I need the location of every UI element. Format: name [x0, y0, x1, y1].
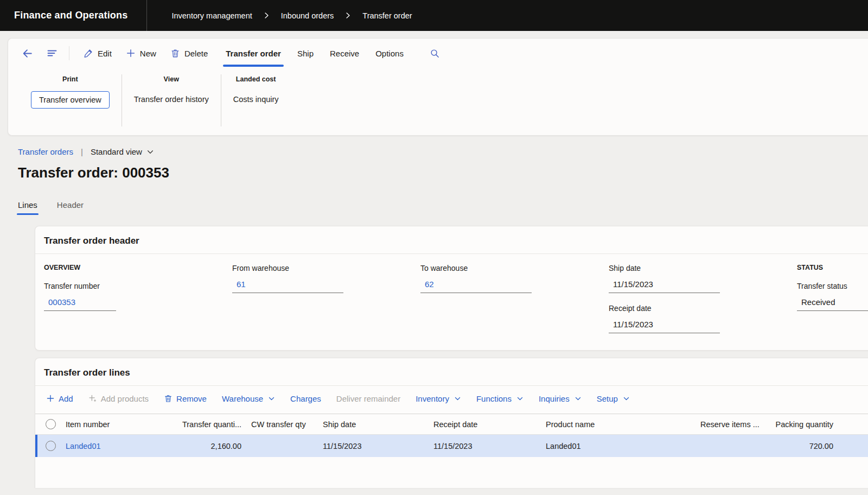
add-line-button[interactable]: Add — [46, 394, 73, 403]
action-pane-tabs: Transfer order Ship Receive Options — [218, 39, 412, 68]
cell-packing-quantity[interactable]: 720.00 — [771, 442, 833, 450]
chevron-down-icon — [146, 148, 154, 156]
field-label: Transfer status — [797, 282, 868, 290]
remove-line-button[interactable]: Remove — [164, 394, 207, 403]
column-header-product-name[interactable]: Product name — [546, 420, 700, 429]
breadcrumb-inbound-orders[interactable]: Inbound orders — [281, 11, 334, 20]
transfer-number-field: Transfer number 000353 — [44, 282, 232, 311]
row-select-cell — [35, 441, 66, 451]
delete-button[interactable]: Delete — [170, 48, 208, 58]
column-header-item-number[interactable]: Item number — [66, 420, 172, 429]
tab-transfer-order[interactable]: Transfer order — [218, 39, 289, 68]
tab-header[interactable]: Header — [57, 200, 84, 215]
transfer-order-lines-section: Transfer order lines Add Add products Re… — [35, 358, 868, 488]
breadcrumb: Inventory management Inbound orders Tran… — [171, 11, 412, 20]
overview-group-label: OVERVIEW — [44, 264, 232, 271]
chevron-down-icon — [454, 395, 461, 402]
setup-menu-button[interactable]: Setup — [597, 394, 630, 403]
to-warehouse-value[interactable]: 62 — [420, 280, 532, 293]
trash-icon — [170, 48, 180, 58]
tab-receive[interactable]: Receive — [322, 39, 367, 68]
column-header-packing-quantity[interactable]: Packing quantity — [771, 420, 833, 429]
field-label: To warehouse — [420, 264, 609, 272]
transfer-orders-link[interactable]: Transfer orders — [18, 147, 73, 156]
field-label: Receipt date — [609, 304, 797, 313]
deliver-remainder-button[interactable]: Deliver remainder — [336, 394, 400, 403]
tab-lines[interactable]: Lines — [18, 200, 37, 215]
add-products-button[interactable]: Add products — [88, 394, 149, 403]
receipt-date-value[interactable]: 11/15/2023 — [609, 320, 720, 333]
ribbon-group-title: View — [164, 75, 179, 83]
column-header-transfer-quantity[interactable]: Transfer quanti... — [172, 420, 241, 429]
search-icon — [430, 48, 440, 59]
command-divider — [69, 46, 69, 60]
lines-grid: Item number Transfer quanti... CW transf… — [35, 414, 868, 457]
inquiries-menu-button[interactable]: Inquiries — [539, 394, 582, 403]
column-header-cw-transfer-qty[interactable]: CW transfer qty — [241, 420, 321, 429]
section-title: Transfer order header — [35, 226, 868, 253]
view-selector[interactable]: Standard view — [91, 147, 154, 156]
transfer-order-header-section: Transfer order header OVERVIEW Transfer … — [35, 226, 868, 351]
cell-product-name[interactable]: Landed01 — [546, 442, 700, 450]
tab-ship[interactable]: Ship — [289, 39, 322, 68]
back-button[interactable] — [18, 44, 36, 62]
warehouse-menu-button[interactable]: Warehouse — [222, 394, 275, 403]
cell-item-number[interactable]: Landed01 — [66, 442, 172, 450]
column-header-ship-date[interactable]: Ship date — [321, 420, 433, 429]
ribbon-group-print: Print Transfer overview — [19, 68, 122, 135]
field-label: Ship date — [609, 264, 797, 272]
trash-icon — [164, 394, 173, 403]
page-title: Transfer order: 000353 — [18, 164, 868, 181]
search-button[interactable] — [426, 44, 444, 62]
pencil-icon — [84, 48, 93, 58]
lines-toolbar: Add Add products Remove Warehouse Charge… — [35, 386, 868, 411]
table-row[interactable]: Landed01 2,160.00 11/15/2023 11/15/2023 … — [35, 435, 868, 457]
ship-date-field: Ship date 11/15/2023 — [609, 264, 797, 293]
app-title[interactable]: Finance and Operations — [14, 10, 127, 21]
ribbon-group-landed-cost: Landed cost Costs inquiry — [221, 68, 291, 135]
page-content: Transfer orders | Standard view Transfer… — [0, 136, 868, 488]
cell-ship-date[interactable]: 11/15/2023 — [321, 442, 433, 450]
field-label: From warehouse — [232, 264, 420, 272]
chevron-right-icon — [263, 12, 270, 19]
transfer-status-value[interactable]: Received — [797, 297, 868, 311]
column-to-warehouse: To warehouse 62 — [420, 264, 609, 344]
cell-transfer-quantity[interactable]: 2,160.00 — [172, 442, 241, 450]
ship-date-value[interactable]: 11/15/2023 — [609, 280, 720, 293]
column-header-reserve-items[interactable]: Reserve items ... — [700, 420, 771, 429]
column-from-warehouse: From warehouse 61 — [232, 264, 420, 344]
charges-button[interactable]: Charges — [290, 394, 321, 403]
transfer-status-field: Transfer status Received — [797, 282, 868, 311]
costs-inquiry-button[interactable]: Costs inquiry — [233, 95, 279, 104]
transfer-overview-button[interactable]: Transfer overview — [31, 91, 110, 109]
breadcrumb-transfer-order[interactable]: Transfer order — [362, 11, 412, 20]
header-fields: OVERVIEW Transfer number 000353 From war… — [35, 254, 868, 344]
grid-header-row: Item number Transfer quanti... CW transf… — [35, 414, 868, 435]
breadcrumb-inventory-management[interactable]: Inventory management — [171, 11, 252, 20]
edit-button[interactable]: Edit — [84, 48, 112, 58]
functions-menu-button[interactable]: Functions — [476, 394, 524, 403]
row-select-radio[interactable] — [46, 441, 56, 451]
nav-separator: | — [81, 147, 83, 156]
new-button[interactable]: New — [126, 48, 156, 58]
plus-small-icon — [88, 394, 97, 403]
select-all-cell — [35, 419, 66, 429]
ribbon-group-title: Landed cost — [236, 75, 276, 83]
tab-options[interactable]: Options — [367, 39, 412, 68]
field-label: Transfer number — [44, 282, 232, 290]
ribbon-menu-icon[interactable] — [43, 44, 61, 62]
from-warehouse-value[interactable]: 61 — [232, 280, 343, 293]
chevron-down-icon — [516, 395, 524, 402]
transfer-number-value[interactable]: 000353 — [44, 297, 116, 311]
cell-receipt-date[interactable]: 11/15/2023 — [433, 442, 546, 450]
inventory-menu-button[interactable]: Inventory — [416, 394, 461, 403]
record-navigation: Transfer orders | Standard view — [18, 147, 868, 156]
ribbon-group-title: Print — [62, 75, 78, 83]
topbar-divider — [146, 0, 147, 31]
top-navigation-bar: Finance and Operations Inventory managem… — [0, 0, 868, 31]
from-warehouse-field: From warehouse 61 — [232, 264, 420, 293]
chevron-down-icon — [575, 395, 582, 402]
select-all-radio[interactable] — [46, 419, 56, 429]
column-header-receipt-date[interactable]: Receipt date — [433, 420, 546, 429]
transfer-order-history-button[interactable]: Transfer order history — [134, 95, 209, 104]
